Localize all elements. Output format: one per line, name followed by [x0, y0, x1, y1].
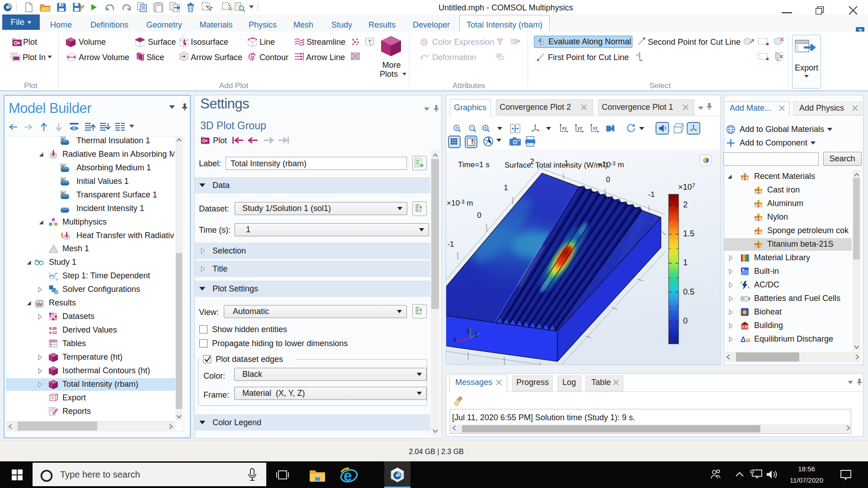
svg-text:D: D [62, 164, 65, 168]
svg-text:D: D [62, 137, 65, 141]
svg-text:Δ: Δ [741, 336, 746, 343]
svg-text:u: u [746, 336, 750, 343]
svg-text:D: D [62, 191, 65, 195]
svg-text:yz: yz [577, 125, 582, 131]
svg-text:xy: xy [562, 125, 567, 131]
svg-text:xz: xz [593, 125, 598, 131]
svg-text:e-12: e-12 [49, 330, 57, 335]
svg-text:D: D [62, 178, 65, 182]
